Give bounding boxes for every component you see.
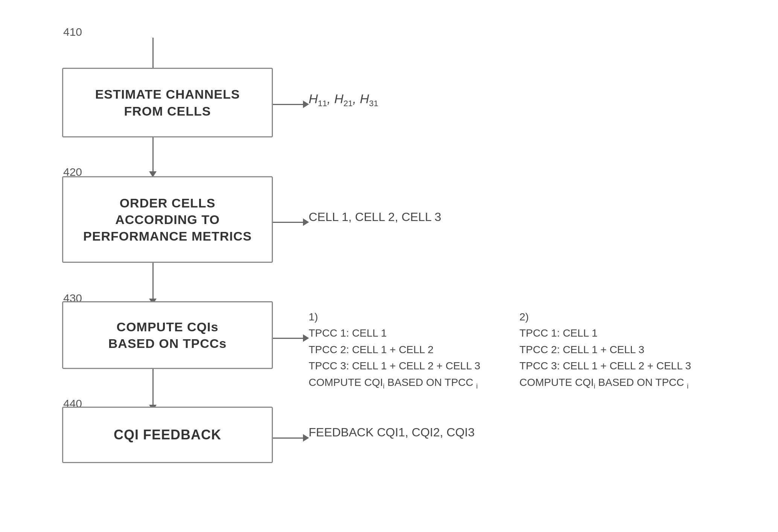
output-430-col1-line4: COMPUTE CQIi BASED ON TPCC i [309, 374, 480, 392]
output-430-col2-line3: TPCC 3: CELL 1 + CELL 2 + CELL 3 [519, 358, 691, 374]
arrow-410-420 [149, 137, 157, 177]
arrow-right-430 [273, 334, 309, 342]
box-430-label: COMPUTE CQIsBASED ON TPCCs [108, 319, 227, 352]
box-420-label: ORDER CELLSACCORDING TOPERFORMANCE METRI… [83, 195, 252, 245]
arrow-right-420 [273, 218, 309, 226]
output-430-col2-header: 2) [519, 309, 691, 325]
output-430-col1-line1: TPCC 1: CELL 1 [309, 325, 480, 341]
box-440-label: CQI FEEDBACK [114, 426, 221, 444]
output-430-col2: 2) TPCC 1: CELL 1 TPCC 2: CELL 1 + CELL … [519, 309, 691, 392]
box-410-label: ESTIMATE CHANNELSFROM CELLS [95, 86, 240, 119]
diagram-container: 410 ESTIMATE CHANNELSFROM CELLS H11, H21… [0, 0, 778, 532]
output-430-col1-line3: TPCC 3: CELL 1 + CELL 2 + CELL 3 [309, 358, 480, 374]
step-410-number: 410 [63, 26, 82, 38]
output-430-col1-header: 1) [309, 309, 480, 325]
box-430: COMPUTE CQIsBASED ON TPCCs [62, 301, 273, 369]
output-440: FEEDBACK CQI1, CQI2, CQI3 [309, 425, 475, 439]
output-420: CELL 1, CELL 2, CELL 3 [309, 210, 441, 224]
output-430-col1: 1) TPCC 1: CELL 1 TPCC 2: CELL 1 + CELL … [309, 309, 480, 392]
output-410: H11, H21, H31 [309, 91, 378, 108]
box-440: CQI FEEDBACK [62, 407, 273, 463]
output-430-col2-line1: TPCC 1: CELL 1 [519, 325, 691, 341]
arrow-430-440 [149, 369, 157, 411]
box-420: ORDER CELLSACCORDING TOPERFORMANCE METRI… [62, 176, 273, 263]
arrow-right-440 [273, 434, 309, 442]
arrow-right-410 [273, 101, 309, 108]
box-410: ESTIMATE CHANNELSFROM CELLS [62, 68, 273, 137]
arrow-420-430 [149, 263, 157, 305]
output-430-col2-line2: TPCC 2: CELL 1 + CELL 3 [519, 341, 691, 358]
output-430-col2-line4: COMPUTE CQIi BASED ON TPCC i [519, 374, 691, 392]
output-430-col1-line2: TPCC 2: CELL 1 + CELL 2 [309, 341, 480, 358]
